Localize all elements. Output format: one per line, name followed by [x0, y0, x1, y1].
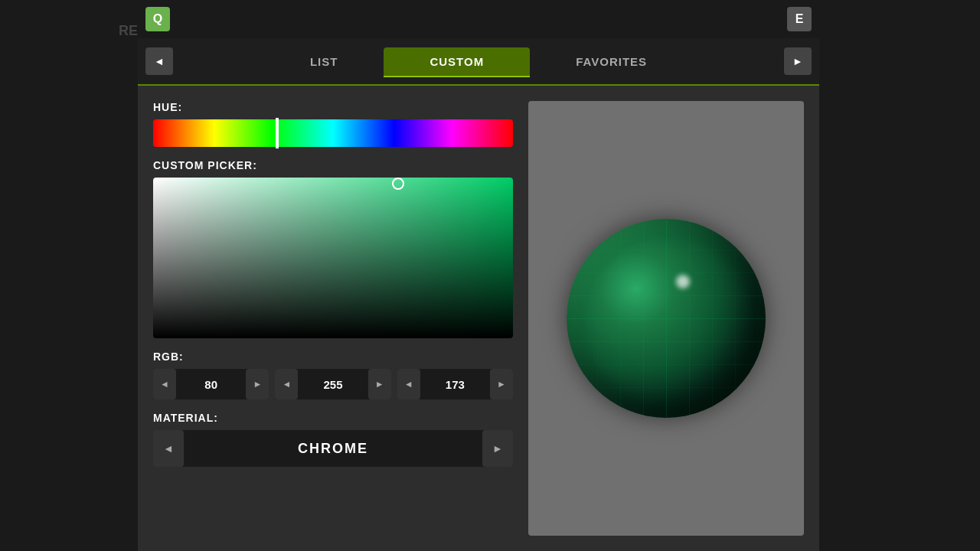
- tab-custom[interactable]: CUSTOM: [384, 47, 530, 76]
- tabs-area: ◄ LIST CUSTOM FAVORITES ►: [138, 38, 819, 86]
- rgb-b-dec[interactable]: ◄: [397, 369, 420, 399]
- rgb-g-dec[interactable]: ◄: [275, 369, 298, 399]
- material-prev[interactable]: ◄: [153, 430, 184, 467]
- rgb-label: RGB:: [153, 350, 513, 363]
- q-badge[interactable]: Q: [145, 7, 170, 31]
- re-label: RE: [119, 23, 138, 39]
- material-label: MATERIAL:: [153, 412, 513, 424]
- color-picker-container[interactable]: [153, 178, 513, 338]
- tab-favorites[interactable]: FAVORITES: [530, 47, 693, 76]
- e-badge[interactable]: E: [787, 7, 812, 31]
- rgb-r-value: 80: [176, 378, 246, 391]
- rgb-row: ◄ 80 ► ◄ 255 ► ◄ 173 ►: [153, 369, 513, 399]
- hue-slider-container[interactable]: [153, 119, 513, 147]
- rgb-g-value: 255: [298, 378, 368, 391]
- tabs-row: ◄ LIST CUSTOM FAVORITES ►: [138, 38, 819, 84]
- left-sidebar: [0, 0, 138, 551]
- sphere-highlight: [676, 275, 690, 289]
- tab-prev-arrow[interactable]: ◄: [145, 47, 173, 75]
- header-bar: Q E: [138, 0, 819, 38]
- chrome-sphere: [567, 219, 766, 418]
- sphere-preview-panel: [528, 101, 804, 536]
- tabs-container: LIST CUSTOM FAVORITES: [173, 47, 784, 76]
- main-panel: Q E ◄ LIST CUSTOM FAVORITES ► HUE:: [138, 0, 819, 551]
- content-area: HUE: CUSTOM PICKER: RGB:: [138, 86, 819, 551]
- rgb-b-control: ◄ 173 ►: [397, 369, 513, 399]
- left-panel: HUE: CUSTOM PICKER: RGB:: [153, 101, 513, 536]
- color-picker-gradient[interactable]: [153, 178, 513, 338]
- tab-list[interactable]: LIST: [264, 47, 384, 76]
- rgb-g-inc[interactable]: ►: [368, 369, 391, 399]
- rgb-g-control: ◄ 255 ►: [275, 369, 390, 399]
- rgb-r-inc[interactable]: ►: [246, 369, 269, 399]
- rgb-b-inc[interactable]: ►: [490, 369, 513, 399]
- material-value: CHROME: [184, 441, 482, 457]
- rgb-section: RGB: ◄ 80 ► ◄ 255 ►: [153, 350, 513, 399]
- tab-next-arrow[interactable]: ►: [784, 47, 812, 75]
- right-sidebar: [819, 0, 980, 551]
- hue-slider-track[interactable]: [153, 119, 513, 147]
- hue-label: HUE:: [153, 101, 513, 113]
- material-row: ◄ CHROME ►: [153, 430, 513, 467]
- rgb-b-value: 173: [420, 378, 490, 391]
- material-next[interactable]: ►: [482, 430, 513, 467]
- rgb-r-control: ◄ 80 ►: [153, 369, 269, 399]
- material-section: MATERIAL: ◄ CHROME ►: [153, 412, 513, 467]
- hue-section: HUE:: [153, 101, 513, 147]
- custom-picker-label: CUSTOM PICKER:: [153, 159, 513, 171]
- picker-thumb[interactable]: [392, 178, 404, 190]
- hue-thumb[interactable]: [276, 118, 279, 148]
- rgb-r-dec[interactable]: ◄: [153, 369, 176, 399]
- sphere-container: [528, 101, 804, 536]
- custom-picker-section: CUSTOM PICKER:: [153, 159, 513, 338]
- sphere-grid: [567, 219, 766, 418]
